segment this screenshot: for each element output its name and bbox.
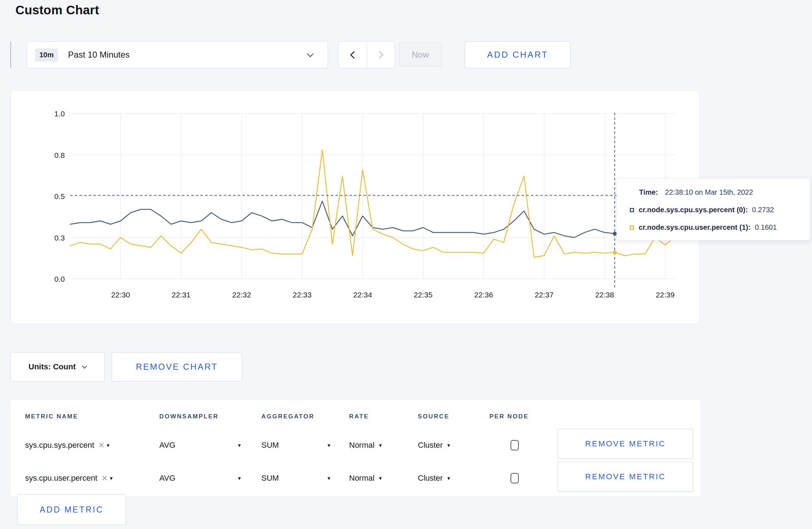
downsampler-value: AVG — [159, 474, 175, 483]
tooltip-series-value: 0.1601 — [755, 223, 777, 232]
svg-text:0.3: 0.3 — [54, 234, 65, 242]
chevron-right-icon — [376, 51, 383, 58]
svg-text:22:36: 22:36 — [474, 291, 493, 299]
caret-down-icon: ▼ — [378, 476, 383, 481]
page-title: Custom Chart — [15, 3, 99, 17]
metrics-rows: sys.cpu.sys.percent × ▼ AVG ▼ SUM ▼ Norm… — [11, 429, 700, 495]
svg-text:1.0: 1.0 — [54, 110, 65, 118]
metrics-table: METRIC NAME DOWNSAMPLER AGGREGATOR RATE … — [11, 400, 700, 496]
tooltip-series-name: cr.node.sys.cpu.user.percent (1): — [639, 223, 750, 232]
svg-text:22:32: 22:32 — [232, 291, 251, 299]
rate-value: Normal — [349, 441, 374, 450]
caret-down-icon: ▼ — [106, 443, 111, 448]
remove-chart-label: REMOVE CHART — [136, 362, 218, 372]
svg-text:22:30: 22:30 — [111, 291, 130, 299]
table-row: sys.cpu.sys.percent × ▼ AVG ▼ SUM ▼ Norm… — [11, 429, 700, 462]
svg-text:22:31: 22:31 — [172, 291, 191, 299]
svg-text:22:35: 22:35 — [414, 291, 433, 299]
tooltip-time-label: Time: — [639, 188, 658, 196]
remove-metric-button[interactable]: REMOVE METRIC — [558, 462, 693, 492]
series-swatch-icon — [630, 208, 634, 212]
rate-value: Normal — [349, 474, 374, 483]
aggregator-select[interactable]: SUM ▼ — [261, 474, 331, 483]
source-value: Cluster — [418, 441, 443, 450]
add-chart-button[interactable]: ADD CHART — [465, 41, 571, 68]
col-header-per-node: PER NODE — [489, 413, 529, 420]
chevron-down-icon — [307, 50, 313, 57]
clear-metric-icon[interactable]: × — [98, 440, 104, 450]
per-node-checkbox[interactable] — [511, 473, 519, 484]
col-header-source: SOURCE — [418, 413, 449, 420]
chart-tooltip: Time: 22:38:10 on Mar 15th, 2022 cr.node… — [617, 178, 811, 241]
add-metric-label: ADD METRIC — [40, 505, 103, 515]
tooltip-series-name: cr.node.sys.cpu.sys.percent (0): — [639, 206, 748, 214]
now-button[interactable]: Now — [399, 43, 442, 67]
source-value: Cluster — [418, 474, 443, 483]
add-metric-button[interactable]: ADD METRIC — [17, 494, 126, 525]
remove-metric-label: REMOVE METRIC — [585, 472, 666, 481]
tooltip-series-row: cr.node.sys.cpu.user.percent (1): 0.1601 — [630, 223, 810, 232]
caret-down-icon: ▼ — [109, 476, 113, 481]
aggregator-value: SUM — [261, 474, 279, 483]
remove-chart-button[interactable]: REMOVE CHART — [112, 352, 242, 382]
toolbar-divider — [10, 42, 11, 68]
col-header-aggregator: AGGREGATOR — [261, 413, 314, 420]
clear-metric-icon[interactable]: × — [102, 473, 107, 483]
downsampler-select[interactable]: AVG ▼ — [159, 441, 242, 450]
now-button-label: Now — [412, 50, 429, 60]
time-forward-button[interactable] — [367, 42, 395, 68]
tooltip-series-value: 0.2732 — [752, 206, 774, 214]
tooltip-time-row: Time: 22:38:10 on Mar 15th, 2022 — [639, 188, 810, 196]
time-range-label: Past 10 Minutes — [68, 50, 130, 60]
chart-panel: 0.00.30.50.81.022:3022:3122:3222:3322:34… — [11, 90, 699, 324]
aggregator-value: SUM — [261, 441, 279, 450]
caret-down-icon: ▼ — [327, 476, 331, 481]
caret-down-icon: ▼ — [237, 443, 242, 448]
metric-name-value: sys.cpu.sys.percent — [25, 441, 94, 450]
tooltip-series-row: cr.node.sys.cpu.sys.percent (0): 0.2732 — [630, 206, 810, 214]
series-swatch-icon — [630, 225, 634, 230]
tooltip-series-list: cr.node.sys.cpu.sys.percent (0): 0.2732 … — [617, 206, 810, 232]
caret-down-icon: ▼ — [327, 443, 331, 448]
caret-down-icon: ▼ — [446, 443, 451, 448]
time-window-badge: 10m — [35, 48, 58, 62]
downsampler-select[interactable]: AVG ▼ — [159, 474, 242, 483]
col-header-downsampler: DOWNSAMPLER — [159, 413, 219, 420]
col-header-metric-name: METRIC NAME — [25, 413, 78, 420]
rate-select[interactable]: Normal ▼ — [349, 474, 383, 483]
svg-text:0.0: 0.0 — [54, 275, 65, 283]
rate-select[interactable]: Normal ▼ — [349, 441, 383, 450]
time-range-dropdown[interactable]: 10m Past 10 Minutes — [27, 41, 328, 68]
svg-text:22:34: 22:34 — [353, 291, 372, 299]
per-node-cell — [511, 440, 519, 451]
metric-name-select[interactable]: sys.cpu.user.percent × ▼ — [25, 473, 113, 483]
units-dropdown[interactable]: Units: Count — [10, 352, 105, 382]
col-header-rate: RATE — [349, 413, 369, 420]
source-select[interactable]: Cluster ▼ — [418, 441, 451, 450]
svg-text:0.5: 0.5 — [54, 192, 65, 200]
svg-text:22:37: 22:37 — [535, 291, 554, 299]
svg-text:22:33: 22:33 — [293, 291, 312, 299]
remove-metric-label: REMOVE METRIC — [585, 439, 666, 448]
downsampler-value: AVG — [159, 441, 175, 450]
per-node-cell — [511, 473, 519, 484]
per-node-checkbox[interactable] — [511, 440, 519, 451]
remove-metric-button[interactable]: REMOVE METRIC — [558, 429, 693, 459]
svg-text:0.8: 0.8 — [54, 151, 65, 159]
time-back-button[interactable] — [339, 42, 367, 68]
source-select[interactable]: Cluster ▼ — [418, 474, 451, 483]
caret-down-icon: ▼ — [446, 476, 451, 481]
svg-text:22:39: 22:39 — [656, 291, 675, 299]
timeseries-chart[interactable]: 0.00.30.50.81.022:3022:3122:3222:3322:34… — [11, 91, 700, 324]
aggregator-select[interactable]: SUM ▼ — [261, 441, 331, 450]
time-nav-arrows — [338, 41, 395, 68]
caret-down-icon: ▼ — [378, 443, 383, 448]
units-label: Units: Count — [29, 362, 76, 372]
chevron-left-icon — [350, 51, 357, 58]
chevron-down-icon — [82, 364, 87, 369]
metric-name-value: sys.cpu.user.percent — [25, 474, 97, 483]
table-row: sys.cpu.user.percent × ▼ AVG ▼ SUM ▼ Nor… — [11, 462, 700, 495]
metric-name-select[interactable]: sys.cpu.sys.percent × ▼ — [25, 440, 110, 450]
svg-text:22:38: 22:38 — [595, 291, 614, 299]
caret-down-icon: ▼ — [237, 476, 242, 481]
